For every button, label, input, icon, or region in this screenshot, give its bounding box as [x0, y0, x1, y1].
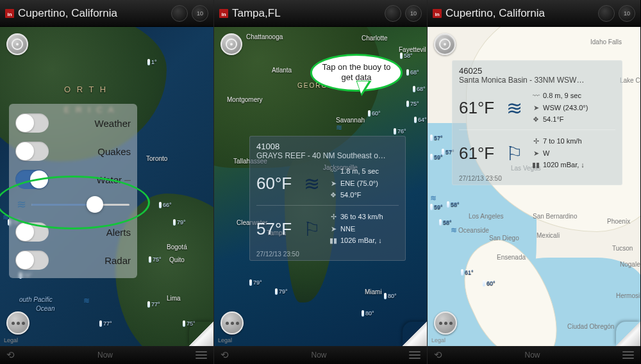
locate-button[interactable] [6, 33, 28, 55]
wave-metric: 0.8 m, 9 sec [543, 90, 581, 102]
clock-dial-icon[interactable] [598, 5, 615, 22]
temp-marker: 61° [461, 269, 474, 276]
layer-row-quakes[interactable]: Quakes [15, 137, 131, 165]
wind-icon: ✢ [329, 211, 337, 223]
map-label: Mexicali [537, 232, 560, 239]
wave-icon: ≋ [300, 172, 323, 195]
temp-marker: 60° [368, 110, 381, 117]
page-curl[interactable] [616, 322, 640, 346]
slider-thumb[interactable] [87, 196, 103, 213]
map[interactable]: O R T H E R I C A Toronto Bogotá Quito L… [0, 27, 213, 346]
wave-dir: WSW (243.0°) [543, 102, 588, 114]
toggle-water[interactable] [15, 170, 49, 189]
pressure: 1026 mBar, ↓ [340, 235, 382, 247]
menu-icon[interactable] [196, 351, 207, 359]
buoy-name: GRAYS REEF - 40 NM Southeast o… [256, 151, 399, 160]
more-button[interactable] [434, 311, 457, 335]
temp-marker: 80° [384, 293, 397, 299]
buoy-water-section: 61°F ≋ 〰0.8 m, 9 sec ➤WSW (243.0°) ❖54.1… [459, 90, 615, 126]
more-button[interactable] [221, 311, 244, 335]
footer-bar: ⟲ Now [428, 346, 640, 364]
temp-marker: 80° [362, 310, 374, 317]
footer-now-label[interactable]: Now [311, 351, 326, 360]
buoy-air-section: 57°F ⚐ ✢36 to 43 km/h ➤NNE ▮▮1026 mBar, … [256, 211, 399, 247]
clock-dial-icon[interactable] [385, 5, 401, 22]
temp-marker: 79° [275, 288, 288, 295]
calendar-dial-icon[interactable]: 10 [405, 5, 422, 22]
header-bar: in Tampa,FL 10 [214, 0, 427, 27]
windsock-icon: ⚐ [300, 218, 323, 240]
toggle-radar[interactable] [15, 251, 49, 270]
temp-marker: 59° [430, 204, 443, 210]
layer-row-weather[interactable]: Weather [15, 109, 131, 137]
toggle-alerts[interactable] [15, 222, 49, 242]
clock-dial-icon[interactable] [171, 5, 188, 22]
map[interactable]: Idaho Falls Lake Cit Las Vegas Los Angel… [428, 27, 640, 346]
location-title[interactable]: Tampa,FL [232, 7, 381, 20]
temp-marker: 77° [99, 320, 112, 327]
layer-label: Radar [104, 255, 131, 266]
wind-icon: ✢ [532, 135, 540, 147]
page-curl[interactable] [189, 322, 213, 346]
temp-marker: 77° [147, 301, 160, 308]
layer-label: Water– [97, 173, 131, 186]
refresh-icon[interactable]: ⟲ [221, 349, 229, 361]
water-opacity-slider[interactable]: ≋ [15, 194, 131, 218]
footer-now-label[interactable]: Now [524, 351, 540, 360]
menu-icon[interactable] [622, 351, 634, 359]
refresh-icon[interactable]: ⟲ [6, 349, 15, 361]
layer-label: Weather [95, 118, 131, 129]
map-label: Toronto [146, 155, 167, 162]
legal-link[interactable]: Legal [431, 337, 445, 343]
refresh-icon[interactable]: ⟲ [434, 349, 442, 361]
layer-row-water[interactable]: Water– [15, 165, 131, 194]
calendar-dial-icon[interactable]: 10 [619, 5, 635, 22]
toggle-weather[interactable] [15, 113, 49, 133]
locate-button[interactable] [221, 33, 242, 55]
map-label: outh Pacific [19, 296, 53, 303]
location-title[interactable]: Cupertino, California [18, 7, 167, 20]
tutorial-bubble: Tap on the buoy to get data [310, 54, 403, 92]
temp-marker: 68° [406, 69, 419, 76]
temp-marker: 75° [149, 256, 162, 263]
wave-icon: ≋ [503, 97, 526, 119]
brand-icon: in [5, 9, 14, 18]
compass-icon: ➤ [532, 102, 540, 114]
layer-row-alerts[interactable]: Alerts [15, 218, 131, 246]
footer-bar: ⟲ Now [0, 346, 213, 364]
dewpoint: 54.1°F [543, 113, 564, 126]
wind-dir: W [543, 147, 549, 160]
layer-row-radar[interactable]: Radar [15, 246, 131, 274]
pressure-icon: ▮▮ [532, 159, 540, 171]
droplet-icon: ❖ [329, 189, 337, 201]
waveform-icon: 〰 [532, 90, 540, 102]
more-button[interactable] [6, 311, 29, 335]
wind-speed: 36 to 43 km/h [340, 211, 383, 223]
legal-link[interactable]: Legal [218, 337, 232, 343]
compass-icon: ➤ [329, 223, 337, 235]
waveform-icon: 〰 [329, 165, 337, 178]
location-title[interactable]: Cupertino, California [445, 7, 594, 20]
locate-button[interactable] [434, 33, 456, 55]
wave-dir: ENE (75.0°) [340, 178, 378, 190]
toggle-quakes[interactable] [15, 142, 49, 161]
header-bar: in Cupertino, California 10 [428, 0, 640, 27]
temp-marker: 57° [430, 135, 443, 141]
pressure: 1020 mBar, ↓ [543, 159, 585, 171]
page-curl[interactable] [403, 322, 427, 346]
map-label: Tucson [612, 245, 633, 252]
legal-link[interactable]: Legal [4, 337, 18, 343]
buoy-card[interactable]: 46025 Santa Monica Basin - 33NM WSW… 61°… [452, 60, 622, 185]
brand-icon: in [433, 9, 442, 18]
header-bar: in Cupertino, California 10 [0, 0, 213, 27]
buoy-card[interactable]: 41008 GRAYS REEF - 40 NM Southeast o… 60… [249, 136, 406, 261]
buoy-water-section: 60°F ≋ 〰1.8 m, 5 sec ➤ENE (75.0°) ❖54.0°… [256, 165, 399, 201]
buoy-timestamp: 27/12/13 23:50 [256, 251, 399, 258]
calendar-dial-icon[interactable]: 10 [192, 5, 208, 22]
wave-metric: 1.8 m, 5 sec [340, 165, 379, 178]
temp-marker: 1° [147, 59, 157, 65]
footer-now-label[interactable]: Now [97, 351, 113, 360]
buoy-id: 46025 [459, 66, 615, 76]
menu-icon[interactable] [409, 351, 420, 359]
map[interactable]: Chattanooga Charlotte Fayettevil Atlanta… [214, 27, 427, 346]
